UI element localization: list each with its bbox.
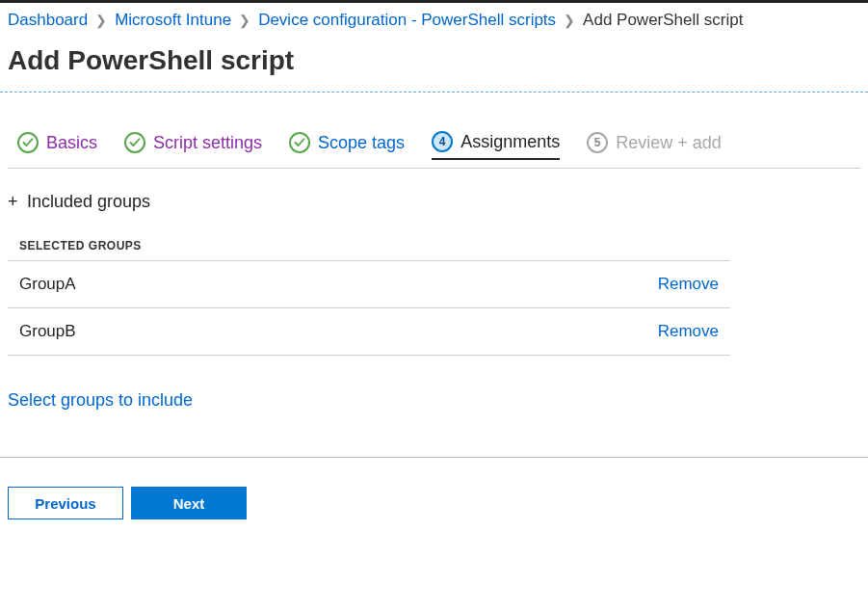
- step-number-icon: 4: [432, 131, 453, 152]
- group-name: GroupB: [19, 322, 76, 341]
- selected-groups-header: SELECTED GROUPS: [8, 231, 730, 260]
- step-review-add[interactable]: 5 Review + add: [587, 132, 722, 159]
- wizard-stepper: Basics Script settings Scope tags 4 Assi…: [0, 93, 868, 168]
- select-groups-link[interactable]: Select groups to include: [8, 390, 193, 411]
- step-basics[interactable]: Basics: [17, 132, 97, 159]
- step-script-settings[interactable]: Script settings: [124, 132, 262, 159]
- step-label: Basics: [46, 133, 97, 153]
- remove-link[interactable]: Remove: [658, 275, 719, 294]
- included-groups-toggle[interactable]: + Included groups: [8, 192, 860, 212]
- step-assignments[interactable]: 4 Assignments: [432, 131, 560, 160]
- step-number-icon: 5: [587, 132, 608, 153]
- breadcrumb-device-config[interactable]: Device configuration - PowerShell script…: [258, 11, 556, 30]
- wizard-footer: Previous Next: [0, 458, 868, 548]
- chevron-right-icon: ❯: [562, 13, 577, 28]
- chevron-right-icon: ❯: [237, 13, 252, 28]
- breadcrumb-current: Add PowerShell script: [583, 11, 743, 30]
- step-label: Scope tags: [318, 133, 405, 153]
- plus-icon: +: [8, 192, 21, 212]
- breadcrumb-intune[interactable]: Microsoft Intune: [115, 11, 231, 30]
- group-name: GroupA: [19, 275, 76, 294]
- breadcrumb-dashboard[interactable]: Dashboard: [8, 11, 88, 30]
- check-icon: [124, 132, 145, 153]
- chevron-right-icon: ❯: [93, 13, 109, 28]
- previous-button[interactable]: Previous: [8, 487, 123, 519]
- assignments-content: + Included groups SELECTED GROUPS GroupA…: [0, 169, 868, 457]
- step-label: Assignments: [460, 132, 560, 152]
- step-label: Script settings: [153, 133, 262, 153]
- included-groups-label: Included groups: [27, 192, 150, 212]
- breadcrumb: Dashboard ❯ Microsoft Intune ❯ Device co…: [0, 3, 868, 38]
- next-button[interactable]: Next: [131, 487, 247, 519]
- selected-groups-table: SELECTED GROUPS GroupA Remove GroupB Rem…: [8, 231, 730, 356]
- check-icon: [17, 132, 39, 153]
- page-title: Add PowerShell script: [0, 38, 868, 92]
- table-row: GroupA Remove: [8, 260, 730, 307]
- step-scope-tags[interactable]: Scope tags: [289, 132, 405, 159]
- check-icon: [289, 132, 310, 153]
- step-label: Review + add: [616, 133, 722, 153]
- table-row: GroupB Remove: [8, 307, 730, 356]
- remove-link[interactable]: Remove: [658, 322, 719, 341]
